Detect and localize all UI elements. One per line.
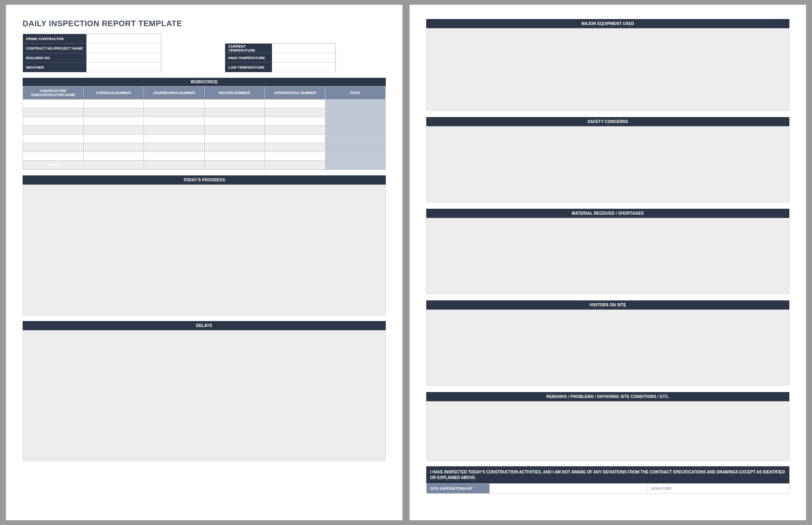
material-box[interactable] [426, 218, 789, 294]
progress-heading: TODAY'S PROGRESS [23, 175, 386, 185]
label-signature: SIGNATURE [648, 483, 676, 494]
col-apprentice: APPRENTIUCE NUMBER [265, 87, 326, 100]
header-right-group: CURRENT TEMPERATURE HIGH TEMPERATURE LOW… [225, 43, 336, 72]
remarks-box[interactable] [426, 401, 789, 461]
table-row [23, 108, 386, 117]
col-helper: HELPER NUMBER [204, 87, 265, 100]
col-total: TOTAL [325, 87, 386, 100]
safety-heading: SAFETY CONCERNS [426, 117, 789, 126]
material-heading: MATERIAL RECEIVED / SHORTAGES [426, 209, 789, 218]
table-row [23, 135, 386, 143]
label-high-temp: HIGH TEMPERATURE [225, 53, 272, 63]
col-contractor: CONTRACTOR/ SUBCONTRACTOR NAME [23, 87, 84, 100]
field-low-temp[interactable] [272, 63, 335, 72]
page-1: DAILY INSPECTION REPORT TEMPLATE PRIME C… [6, 5, 402, 520]
progress-box[interactable] [23, 185, 386, 315]
remarks-heading: REMARKS / PROBLEMS / DIFFERING SITE COND… [426, 392, 789, 401]
delays-heading: DELAYS [23, 321, 386, 330]
page-title: DAILY INSPECTION REPORT TEMPLATE [23, 19, 386, 28]
total-label: TOTAL [23, 161, 84, 170]
workforce-body: TOTAL [23, 100, 386, 170]
field-superintendant[interactable] [490, 483, 648, 494]
label-building-no: BUILDING NO. [23, 53, 86, 63]
delays-box[interactable] [23, 330, 386, 461]
col-foreman: FOREMAN NUMBER [83, 87, 144, 100]
label-prime-contractor: PRIME CONTRACTOR [23, 34, 86, 44]
field-prime-contractor[interactable] [86, 34, 161, 44]
visitors-box[interactable] [426, 310, 789, 386]
field-high-temp[interactable] [272, 53, 335, 63]
header-row: PRIME CONTRACTOR CONTRACT NO./PROJECT NA… [23, 34, 386, 72]
table-row [23, 117, 386, 126]
workforce-total-row: TOTAL [23, 161, 386, 170]
workforce-heading: WORKFORCE [23, 78, 386, 86]
signature-row: SITE SUPERINTENDANT SIGNATURE [426, 483, 789, 494]
equipment-box[interactable] [426, 28, 789, 111]
inspection-statement: I HAVE INSPECTED TODAY'S CONSTRUCTION AC… [426, 466, 789, 483]
header-left-group: PRIME CONTRACTOR CONTRACT NO./PROJECT NA… [23, 34, 161, 72]
table-row [23, 126, 386, 135]
label-weather: WEATHER [23, 63, 86, 72]
field-signature[interactable] [676, 483, 789, 494]
label-contract-no: CONTRACT NO./PROJECT NAME [23, 44, 86, 53]
label-superintendant: SITE SUPERINTENDANT [426, 483, 490, 494]
table-row [23, 152, 386, 161]
equipment-heading: MAJOR EQUIPMENT USED [426, 19, 789, 28]
visitors-heading: VISITORS ON SITE [426, 300, 789, 310]
field-weather[interactable] [86, 63, 161, 72]
workforce-table: CONTRACTOR/ SUBCONTRACTOR NAME FOREMAN N… [23, 86, 386, 170]
table-row [23, 100, 386, 108]
page-2: MAJOR EQUIPMENT USED SAFETY CONCERNS MAT… [410, 5, 806, 520]
safety-box[interactable] [426, 126, 789, 202]
field-building-no[interactable] [86, 53, 161, 63]
label-low-temp: LOW TEMPERATURE [225, 63, 272, 72]
table-row [23, 143, 386, 152]
field-contract-no[interactable] [86, 44, 161, 53]
field-current-temp[interactable] [272, 44, 335, 53]
col-journeyman: JOURNEYMAN NUMBER [144, 87, 205, 100]
label-current-temp: CURRENT TEMPERATURE [225, 44, 272, 53]
